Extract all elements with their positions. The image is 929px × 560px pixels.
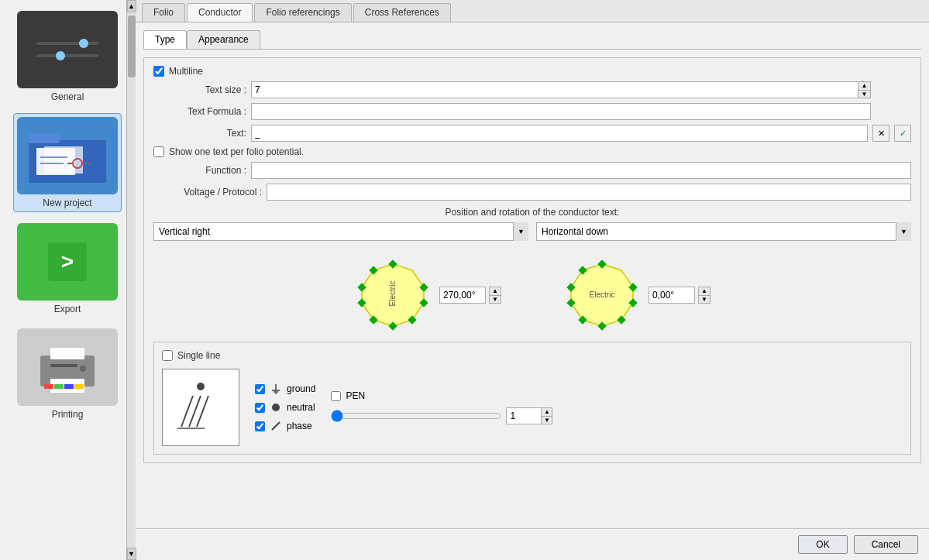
phase-count-slider[interactable] <box>331 410 501 422</box>
text-formula-input[interactable] <box>251 103 871 120</box>
show-one-text-label: Show one text per folio potential. <box>169 146 304 157</box>
pen-row: PEN <box>331 390 552 401</box>
text-formula-label: Text Formula : <box>153 106 246 117</box>
voltage-input[interactable] <box>267 184 911 201</box>
sidebar-item-printing[interactable]: Printing <box>13 325 122 423</box>
svg-rect-1 <box>29 134 60 143</box>
show-one-text-row: Show one text per folio potential. <box>153 146 911 157</box>
text-size-up[interactable]: ▲ <box>858 82 870 91</box>
ground-row: ground <box>255 383 315 395</box>
phase-count-up[interactable]: ▲ <box>542 408 552 417</box>
sidebar-item-label-new-project: New project <box>43 198 91 208</box>
preview-right: Electric ▲ ▼ <box>563 256 711 334</box>
wire-svg <box>166 373 236 442</box>
svg-rect-12 <box>44 384 53 389</box>
text-size-down[interactable]: ▼ <box>858 91 870 98</box>
text-check-button[interactable]: ✓ <box>894 125 911 142</box>
neutral-label: neutral <box>287 402 315 413</box>
position-left-wrapper: Vertical right Vertical left Horizontal … <box>153 222 528 241</box>
text-clear-button[interactable]: ✕ <box>872 125 889 142</box>
printer-svg <box>29 336 106 398</box>
multiline-checkbox[interactable] <box>153 66 164 77</box>
sliders-icon <box>36 42 98 57</box>
text-row: Text: ✕ ✓ <box>153 125 911 142</box>
show-one-text-checkbox[interactable] <box>153 146 164 157</box>
neutral-checkbox[interactable] <box>255 403 265 413</box>
conductor-circle-right: Electric <box>563 256 641 334</box>
single-line-checkbox[interactable] <box>162 350 173 361</box>
sidebar-item-general[interactable]: General <box>13 8 122 105</box>
position-dropdowns: Vertical right Vertical left Horizontal … <box>153 222 911 241</box>
angle-left-input[interactable] <box>439 287 486 304</box>
svg-line-50 <box>272 422 280 430</box>
position-label: Position and rotation of the conductor t… <box>153 207 911 218</box>
single-line-row: Single line <box>162 350 903 361</box>
angle-left-down[interactable]: ▼ <box>490 296 501 304</box>
sidebar-item-export[interactable]: > Export <box>13 220 122 318</box>
text-size-label: Text size : <box>153 84 246 95</box>
angle-right-row: ▲ ▼ <box>649 287 711 304</box>
text-size-row: Text size : ▲ ▼ <box>153 81 911 98</box>
position-right-wrapper: Horizontal down Horizontal up Vertical r… <box>536 222 911 241</box>
pen-section: PEN ▲ ▼ <box>331 369 552 446</box>
sidebar-item-label-general: General <box>51 91 84 102</box>
tab-cross-references[interactable]: Cross References <box>353 3 451 22</box>
neutral-row: neutral <box>255 401 315 414</box>
button-bar: OK Cancel <box>136 528 929 560</box>
position-right-select[interactable]: Horizontal down Horizontal up Vertical r… <box>536 222 911 241</box>
position-left-select[interactable]: Vertical right Vertical left Horizontal … <box>153 222 528 241</box>
voltage-label: Voltage / Protocol : <box>153 187 262 198</box>
phase-checkbox[interactable] <box>255 421 265 431</box>
sidebar-scrollbar[interactable]: ▲ ▼ <box>126 0 136 560</box>
angle-left-up[interactable]: ▲ <box>490 287 501 296</box>
svg-point-16 <box>80 366 86 372</box>
content-area: Type Appearance Multiline Text size : ▲ … <box>136 22 929 528</box>
wire-diagram <box>162 369 239 446</box>
pen-checkbox[interactable] <box>331 391 341 401</box>
angle-right-up[interactable]: ▲ <box>699 287 710 296</box>
svg-rect-14 <box>64 384 74 389</box>
svg-point-40 <box>197 383 205 390</box>
scrollbar-up-arrow[interactable]: ▲ <box>127 0 136 12</box>
single-line-label: Single line <box>177 350 220 361</box>
export-icon: > <box>48 242 87 281</box>
conductor-preview: Electric ▲ ▼ <box>153 249 911 342</box>
text-size-input-wrapper: ▲ ▼ <box>251 81 871 98</box>
sidebar-item-label-export: Export <box>54 304 81 314</box>
single-line-section: Single line <box>153 342 911 455</box>
phase-count-input[interactable] <box>507 408 541 424</box>
single-line-content: ground neutral <box>162 369 903 446</box>
multiline-label: Multiline <box>169 66 203 77</box>
multiline-section: Multiline Text size : ▲ ▼ Text Formula : <box>143 57 921 463</box>
ok-button[interactable]: OK <box>798 535 847 554</box>
scrollbar-thumb[interactable] <box>128 15 136 77</box>
function-input[interactable] <box>251 162 911 179</box>
tab-folio[interactable]: Folio <box>142 3 185 22</box>
phase-label: phase <box>287 421 312 431</box>
ground-checkbox[interactable] <box>255 384 265 394</box>
svg-text:Electric: Electric <box>590 290 615 299</box>
tab-folio-referencings[interactable]: Folio referencings <box>254 3 351 22</box>
angle-right-input[interactable] <box>649 287 695 304</box>
phase-count-down[interactable]: ▼ <box>542 417 552 424</box>
svg-rect-13 <box>54 384 64 389</box>
preview-left: Electric ▲ ▼ <box>354 256 501 334</box>
phase-row: phase <box>255 420 315 432</box>
ground-label: ground <box>287 383 315 394</box>
svg-text:Electric: Electric <box>388 281 397 307</box>
scrollbar-down-arrow[interactable]: ▼ <box>127 548 136 560</box>
tab-appearance[interactable]: Appearance <box>187 30 260 49</box>
multiline-row: Multiline <box>153 66 911 77</box>
tab-conductor[interactable]: Conductor <box>187 3 253 22</box>
angle-right-down[interactable]: ▼ <box>699 296 710 304</box>
tab-type[interactable]: Type <box>143 30 187 49</box>
neutral-icon <box>270 401 282 414</box>
conductor-circle-left: Electric <box>354 256 432 334</box>
function-row: Function : <box>153 162 911 179</box>
ground-icon <box>270 383 282 395</box>
text-input[interactable] <box>251 125 868 142</box>
svg-point-49 <box>272 404 280 411</box>
cancel-button[interactable]: Cancel <box>854 535 918 554</box>
text-size-input[interactable] <box>252 82 858 98</box>
sidebar-item-new-project[interactable]: New project <box>13 113 122 212</box>
